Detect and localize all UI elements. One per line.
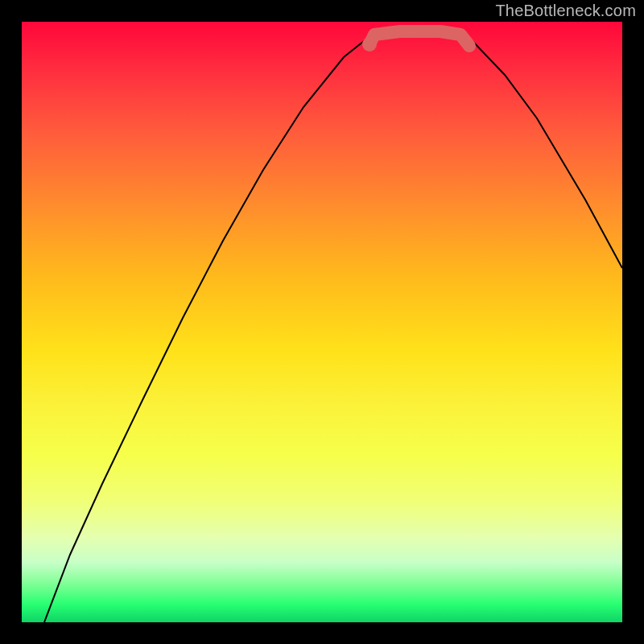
bottleneck-curve-path: [44, 31, 622, 622]
chart-stage: TheBottleneck.com: [0, 0, 644, 644]
highlight-segment-path: [370, 31, 469, 46]
highlight-dot: [362, 37, 377, 52]
plot-area: [22, 22, 622, 622]
watermark-text: TheBottleneck.com: [495, 2, 636, 20]
curve-overlay: [22, 22, 622, 622]
